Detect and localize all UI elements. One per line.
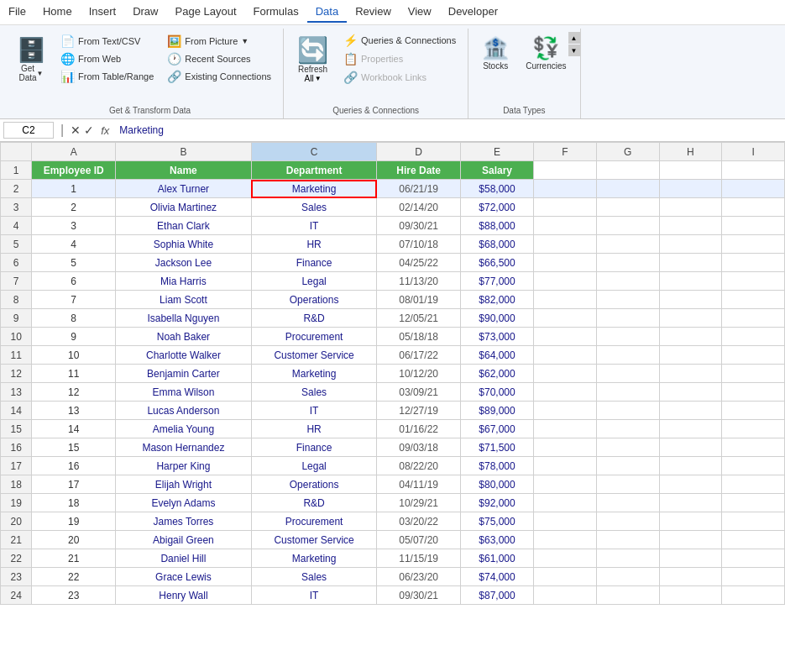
table-cell[interactable]: $64,000: [460, 346, 533, 365]
empty-cell[interactable]: [659, 272, 722, 291]
row-num-8[interactable]: 8: [1, 291, 32, 309]
header-department[interactable]: Department: [251, 161, 376, 180]
table-cell[interactable]: 8: [32, 309, 116, 328]
row-num-5[interactable]: 5: [1, 235, 32, 254]
from-web-button[interactable]: 🌐 From Web: [55, 50, 159, 67]
table-cell[interactable]: $68,000: [460, 235, 533, 254]
empty-cell[interactable]: [722, 549, 785, 568]
row-num-2[interactable]: 2: [1, 180, 32, 198]
empty-cell[interactable]: [596, 475, 659, 494]
table-cell[interactable]: HR: [251, 235, 376, 254]
table-cell[interactable]: $61,000: [460, 549, 533, 568]
table-cell[interactable]: $87,000: [460, 586, 533, 605]
empty-cell[interactable]: [722, 475, 785, 494]
table-cell[interactable]: Ethan Clark: [115, 217, 251, 235]
from-picture-button[interactable]: 🖼️ From Picture ▼: [162, 33, 276, 50]
empty-cell[interactable]: [722, 235, 785, 254]
empty-cell[interactable]: [596, 235, 659, 254]
empty-cell[interactable]: [722, 494, 785, 512]
empty-cell[interactable]: [722, 383, 785, 402]
table-cell[interactable]: Customer Service: [251, 531, 376, 549]
get-data-button[interactable]: 🗄️ GetData ▼: [10, 33, 52, 86]
empty-cell[interactable]: [596, 549, 659, 568]
menu-view[interactable]: View: [400, 2, 440, 23]
empty-cell[interactable]: [596, 346, 659, 365]
table-cell[interactable]: 03/09/21: [377, 383, 461, 402]
table-cell[interactable]: 2: [32, 198, 116, 217]
empty-cell[interactable]: [534, 420, 597, 438]
empty-cell[interactable]: [722, 457, 785, 475]
empty-cell[interactable]: [534, 531, 597, 549]
cell-1f[interactable]: [534, 161, 597, 180]
table-cell[interactable]: Henry Wall: [115, 586, 251, 605]
empty-cell[interactable]: [722, 309, 785, 328]
empty-cell[interactable]: [596, 309, 659, 328]
table-cell[interactable]: Emma Wilson: [115, 383, 251, 402]
empty-cell[interactable]: [596, 328, 659, 346]
table-cell[interactable]: 15: [32, 438, 116, 457]
table-cell[interactable]: 07/10/18: [377, 235, 461, 254]
table-cell[interactable]: 05/18/18: [377, 328, 461, 346]
empty-cell[interactable]: [534, 198, 597, 217]
empty-cell[interactable]: [534, 217, 597, 235]
empty-cell[interactable]: [722, 272, 785, 291]
table-cell[interactable]: 04/25/22: [377, 254, 461, 272]
refresh-all-button[interactable]: 🔄 Refresh All ▼: [290, 32, 335, 87]
col-header-c[interactable]: C: [251, 143, 376, 161]
table-cell[interactable]: 10/12/20: [377, 365, 461, 383]
empty-cell[interactable]: [534, 438, 597, 457]
table-cell[interactable]: Sales: [251, 198, 376, 217]
table-cell[interactable]: Isabella Nguyen: [115, 309, 251, 328]
table-cell[interactable]: Sales: [251, 568, 376, 586]
row-num-4[interactable]: 4: [1, 217, 32, 235]
empty-cell[interactable]: [659, 383, 722, 402]
table-cell[interactable]: Sophia White: [115, 235, 251, 254]
table-cell[interactable]: Operations: [251, 291, 376, 309]
empty-cell[interactable]: [659, 365, 722, 383]
empty-cell[interactable]: [534, 402, 597, 420]
table-cell[interactable]: Procurement: [251, 328, 376, 346]
cell-1i[interactable]: [722, 161, 785, 180]
row-num-12[interactable]: 12: [1, 365, 32, 383]
table-cell[interactable]: 10/29/21: [377, 494, 461, 512]
empty-cell[interactable]: [534, 180, 597, 198]
empty-cell[interactable]: [659, 180, 722, 198]
empty-cell[interactable]: [534, 346, 597, 365]
empty-cell[interactable]: [596, 383, 659, 402]
empty-cell[interactable]: [534, 365, 597, 383]
table-cell[interactable]: $80,000: [460, 475, 533, 494]
menu-insert[interactable]: Insert: [81, 2, 125, 23]
empty-cell[interactable]: [659, 438, 722, 457]
row-num-6[interactable]: 6: [1, 254, 32, 272]
table-cell[interactable]: $70,000: [460, 383, 533, 402]
table-cell[interactable]: Daniel Hill: [115, 549, 251, 568]
row-num-17[interactable]: 17: [1, 457, 32, 475]
table-cell[interactable]: Legal: [251, 272, 376, 291]
row-num-7[interactable]: 7: [1, 272, 32, 291]
table-cell[interactable]: 16: [32, 457, 116, 475]
table-cell[interactable]: Legal: [251, 457, 376, 475]
currencies-button[interactable]: 💱 Currencies: [519, 32, 573, 74]
empty-cell[interactable]: [659, 531, 722, 549]
table-cell[interactable]: 20: [32, 531, 116, 549]
header-hire-date[interactable]: Hire Date: [377, 161, 461, 180]
table-cell[interactable]: 11/13/20: [377, 272, 461, 291]
empty-cell[interactable]: [596, 217, 659, 235]
table-cell[interactable]: 12/27/19: [377, 402, 461, 420]
empty-cell[interactable]: [596, 291, 659, 309]
empty-cell[interactable]: [596, 254, 659, 272]
table-cell[interactable]: R&D: [251, 494, 376, 512]
table-cell[interactable]: 1: [32, 180, 116, 198]
row-num-10[interactable]: 10: [1, 328, 32, 346]
empty-cell[interactable]: [722, 180, 785, 198]
empty-cell[interactable]: [659, 568, 722, 586]
table-cell[interactable]: Amelia Young: [115, 420, 251, 438]
header-employee-id[interactable]: Employee ID: [32, 161, 116, 180]
empty-cell[interactable]: [722, 586, 785, 605]
scroll-up[interactable]: ▲: [568, 32, 580, 44]
empty-cell[interactable]: [659, 328, 722, 346]
table-cell[interactable]: Benjamin Carter: [115, 365, 251, 383]
table-cell[interactable]: 13: [32, 402, 116, 420]
queries-connections-button[interactable]: ⚡ Queries & Connections: [338, 32, 461, 49]
empty-cell[interactable]: [659, 198, 722, 217]
